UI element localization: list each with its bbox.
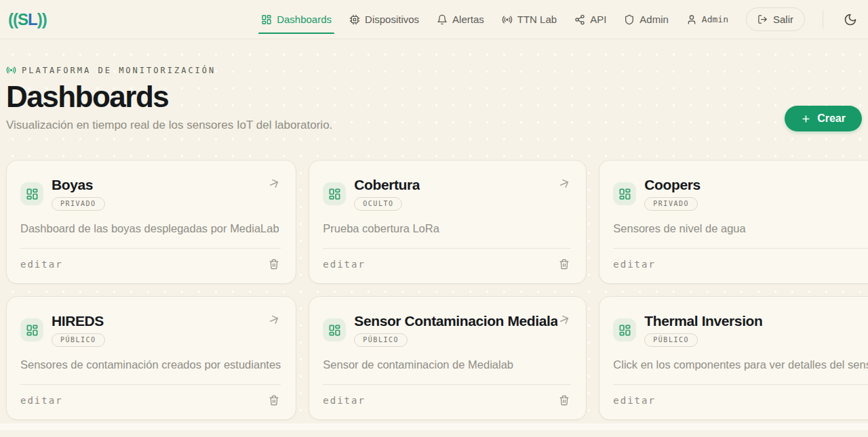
delete-button[interactable]	[557, 394, 571, 407]
delete-button[interactable]	[267, 394, 281, 407]
nav-item-dashboards[interactable]: Dashboards	[261, 9, 332, 29]
edit-link[interactable]: editar	[20, 395, 63, 406]
logo-letter-l: L	[28, 10, 37, 28]
page-subtitle: Visualización en tiempo real de los sens…	[6, 119, 332, 132]
logo-suffix: ))	[37, 10, 47, 28]
card-footer: editar	[323, 384, 571, 407]
page-header-text: PLATAFORMA DE MONITORIZACIÓN Dashboards …	[6, 65, 332, 132]
user-icon	[686, 14, 697, 25]
card-description: Sensor de contaminacion de Medialab	[323, 358, 571, 371]
logo-prefix: ((	[8, 10, 18, 28]
plus-icon	[801, 114, 811, 124]
card-head: Coopers PRIVADO	[613, 177, 868, 211]
share-network-icon	[574, 14, 585, 25]
visibility-badge: PÚBLICO	[52, 333, 105, 347]
card-description: Sensores de contaminación creados por es…	[20, 358, 281, 371]
dashboard-grid-icon	[20, 318, 43, 341]
card-footer: editar	[323, 248, 571, 271]
arrow-right-icon[interactable]	[557, 313, 571, 327]
radio-broadcast-icon	[502, 14, 513, 25]
edit-link[interactable]: editar	[323, 259, 366, 270]
card-titlebox: Sensor Contaminacion Medialab PÚBLICO	[354, 313, 557, 347]
card-head: Sensor Contaminacion Medialab PÚBLICO	[323, 313, 571, 347]
trash-icon	[559, 395, 570, 406]
card-title: Coopers	[644, 177, 700, 193]
card-head: Thermal Inversion PÚBLICO	[613, 313, 868, 347]
card-description: Prueba cobertura LoRa	[323, 222, 571, 235]
nav-item-ttn-lab[interactable]: TTN Lab	[502, 9, 557, 29]
card-title: Sensor Contaminacion Medialab	[354, 313, 557, 329]
arrow-right-icon[interactable]	[267, 313, 281, 327]
nav-item-dispositivos[interactable]: Dispositivos	[349, 9, 419, 29]
card-footer: editar	[613, 384, 868, 407]
card-titlebox: Coopers PRIVADO	[644, 177, 700, 211]
dashboard-card-sensor-contaminacion-medialab[interactable]: Sensor Contaminacion Medialab PÚBLICO Se…	[309, 296, 587, 420]
dashboard-grid-icon	[323, 182, 346, 205]
card-head: HIREDS PÚBLICO	[20, 313, 281, 347]
dashboard-card-hireds[interactable]: HIREDS PÚBLICO Sensores de contaminación…	[6, 296, 296, 420]
delete-button[interactable]	[267, 257, 281, 271]
dashboard-grid-icon	[613, 182, 636, 205]
card-description: Dashboard de las boyas desplegadas por M…	[20, 222, 281, 235]
card-footer: editar	[20, 384, 281, 407]
dashboard-card-grid: Boyas PRIVADO Dashboard de las boyas des…	[6, 160, 862, 420]
moon-icon	[844, 13, 857, 26]
card-titlebox: Cobertura OCULTO	[354, 177, 420, 211]
card-description: Sensores de nivel de agua	[613, 222, 868, 235]
card-head: Cobertura OCULTO	[323, 177, 571, 211]
shield-icon	[624, 14, 635, 25]
page-header: PLATAFORMA DE MONITORIZACIÓN Dashboards …	[6, 65, 862, 132]
bell-icon	[437, 14, 448, 25]
nav-item-alertas[interactable]: Alertas	[437, 9, 484, 29]
card-footer: editar	[613, 248, 868, 271]
broadcast-icon	[6, 65, 16, 75]
page-title: Dashboards	[6, 81, 332, 113]
edit-link[interactable]: editar	[20, 259, 63, 270]
nav-label: Dashboards	[277, 14, 332, 25]
card-title: Cobertura	[354, 177, 420, 193]
nav-label: TTN Lab	[517, 14, 557, 25]
visibility-badge: PRIVADO	[52, 197, 105, 211]
dashboard-card-cobertura[interactable]: Cobertura OCULTO Prueba cobertura LoRa e…	[309, 160, 587, 284]
edit-link[interactable]: editar	[323, 395, 366, 406]
app-logo[interactable]: ((SL))	[5, 10, 47, 29]
nav-divider	[823, 11, 823, 28]
nav-label: Alertas	[452, 14, 484, 25]
arrow-right-icon[interactable]	[557, 177, 571, 190]
dashboard-grid-icon	[20, 182, 43, 205]
card-titlebox: Thermal Inversion PÚBLICO	[644, 313, 762, 347]
nav-item-api[interactable]: API	[574, 9, 606, 29]
logout-label: Salir	[773, 14, 793, 25]
visibility-badge: PÚBLICO	[354, 333, 408, 347]
card-title: HIREDS	[52, 313, 104, 329]
visibility-badge: PÚBLICO	[644, 333, 698, 347]
card-titlebox: HIREDS PÚBLICO	[52, 313, 105, 347]
card-title: Boyas	[52, 177, 93, 193]
top-navbar: ((SL)) Dashboards Dispositivos Alertas T…	[0, 0, 868, 39]
logout-icon	[757, 14, 768, 24]
user-menu[interactable]: Admin	[686, 10, 728, 29]
trash-icon	[269, 395, 279, 406]
trash-icon	[559, 259, 570, 270]
nav-item-admin[interactable]: Admin	[624, 9, 669, 29]
edit-link[interactable]: editar	[613, 395, 656, 406]
trash-icon	[269, 259, 279, 270]
logout-button[interactable]: Salir	[746, 7, 805, 31]
card-description: Click en los componentes para ver detall…	[613, 358, 868, 371]
delete-button[interactable]	[557, 257, 571, 271]
dashboard-card-boyas[interactable]: Boyas PRIVADO Dashboard de las boyas des…	[6, 160, 296, 284]
eyebrow-label: PLATAFORMA DE MONITORIZACIÓN	[22, 66, 216, 75]
visibility-badge: OCULTO	[354, 197, 402, 211]
create-dashboard-button[interactable]: Crear	[785, 106, 862, 131]
dashboard-card-thermal-inversion[interactable]: Thermal Inversion PÚBLICO Click en los c…	[599, 296, 868, 420]
nav-menu: Dashboards Dispositivos Alertas TTN Lab …	[261, 7, 860, 31]
arrow-right-icon[interactable]	[267, 177, 281, 190]
edit-link[interactable]: editar	[613, 259, 656, 270]
platform-eyebrow: PLATAFORMA DE MONITORIZACIÓN	[6, 65, 332, 75]
nav-label: API	[590, 14, 606, 25]
main-content: PLATAFORMA DE MONITORIZACIÓN Dashboards …	[0, 39, 868, 430]
dashboard-card-coopers[interactable]: Coopers PRIVADO Sensores de nivel de agu…	[599, 160, 868, 284]
nav-label: Dispositivos	[365, 14, 419, 25]
dark-mode-toggle[interactable]	[841, 10, 860, 29]
dashboard-grid-icon	[323, 318, 346, 341]
